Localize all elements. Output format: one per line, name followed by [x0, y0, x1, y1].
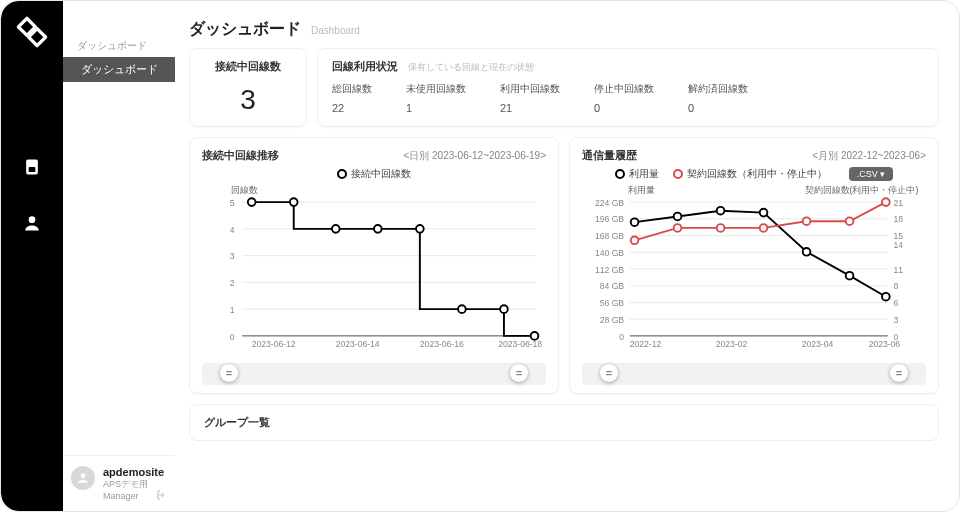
svg-rect-1 — [29, 167, 36, 172]
card-connection-trend: 接続中回線推移 <日別 2023-06-12~2023-06-19> 接続中回線… — [189, 137, 559, 394]
svg-text:2022-12: 2022-12 — [630, 339, 662, 349]
svg-text:2023-06-12: 2023-06-12 — [252, 339, 296, 349]
usage-sub: 保有している回線と現在の状態 — [408, 61, 534, 74]
app-logo-icon — [15, 15, 49, 49]
brush-handle-right[interactable]: = — [890, 364, 908, 382]
chart2-legend-b: 契約回線数（利用中・停止中） — [673, 167, 827, 181]
svg-text:21: 21 — [893, 198, 903, 208]
svg-text:224 GB: 224 GB — [595, 198, 624, 208]
svg-point-72 — [760, 224, 768, 232]
svg-point-2 — [29, 216, 36, 223]
nav-rail — [1, 1, 63, 511]
svg-text:5: 5 — [230, 198, 235, 208]
stat-total-value: 22 — [332, 102, 372, 114]
user-name: apdemosite — [103, 466, 164, 478]
svg-point-62 — [631, 218, 639, 226]
card-traffic-history: 通信量履歴 <月別 2022-12~2023-06> 利用量 契約回線数（利用中… — [569, 137, 939, 394]
svg-point-70 — [674, 224, 682, 232]
svg-text:112 GB: 112 GB — [595, 265, 624, 275]
chart2-legend-a: 利用量 — [615, 167, 659, 181]
svg-text:2023-04: 2023-04 — [802, 339, 834, 349]
svg-text:4: 4 — [230, 225, 235, 235]
breadcrumb: ダッシュボード — [63, 35, 175, 57]
sidebar-item-dashboard[interactable]: ダッシュボード — [63, 57, 175, 82]
chart1-brush[interactable]: == — [202, 363, 546, 385]
svg-text:契約回線数(利用中・停止中): 契約回線数(利用中・停止中) — [805, 185, 919, 195]
card-usage-stats: 回線利用状況 保有している回線と現在の状態 総回線数22 未使用回線数1 利用中… — [317, 48, 939, 127]
connected-value: 3 — [204, 84, 292, 116]
avatar — [71, 466, 95, 490]
svg-point-25 — [416, 225, 424, 233]
svg-point-73 — [803, 217, 811, 225]
svg-text:84 GB: 84 GB — [600, 281, 625, 291]
brush-handle-left[interactable]: = — [600, 364, 618, 382]
svg-text:28 GB: 28 GB — [600, 315, 625, 325]
chart2-title: 通信量履歴 — [582, 148, 637, 163]
chart1-plot: 回線数 543210 2023-06-122023-06-142023-06-1… — [202, 183, 546, 359]
svg-text:56 GB: 56 GB — [600, 298, 625, 308]
logout-icon[interactable] — [155, 489, 167, 501]
user-icon[interactable] — [22, 213, 42, 233]
svg-text:2023-06-14: 2023-06-14 — [336, 339, 380, 349]
stat-canceled-value: 0 — [688, 102, 748, 114]
svg-point-28 — [531, 332, 539, 340]
sim-icon[interactable] — [22, 157, 42, 177]
stat-unused-label: 未使用回線数 — [406, 82, 466, 96]
chart1-range: <日別 2023-06-12~2023-06-19> — [403, 149, 546, 163]
stat-inuse-value: 21 — [500, 102, 560, 114]
stat-inuse-label: 利用中回線数 — [500, 82, 560, 96]
svg-text:168 GB: 168 GB — [595, 231, 624, 241]
svg-text:3: 3 — [230, 251, 235, 261]
svg-text:2: 2 — [230, 278, 235, 288]
svg-point-63 — [674, 213, 682, 221]
svg-point-21 — [248, 198, 256, 206]
stat-unused-value: 1 — [406, 102, 466, 114]
svg-point-23 — [332, 225, 340, 233]
svg-point-67 — [846, 272, 854, 280]
svg-point-64 — [717, 207, 725, 215]
svg-text:2023-06-16: 2023-06-16 — [420, 339, 464, 349]
chart2-range: <月別 2022-12~2023-06> — [812, 149, 926, 163]
svg-point-65 — [760, 209, 768, 217]
svg-text:2023-02: 2023-02 — [716, 339, 748, 349]
page-subtitle: Dashboard — [311, 25, 360, 36]
svg-text:140 GB: 140 GB — [595, 248, 624, 258]
svg-text:回線数: 回線数 — [231, 185, 258, 195]
stat-total-label: 総回線数 — [332, 82, 372, 96]
svg-text:8: 8 — [893, 281, 898, 291]
stat-stopped-value: 0 — [594, 102, 654, 114]
csv-export-button[interactable]: .CSV ▾ — [849, 167, 894, 181]
chart1-legend: 接続中回線数 — [337, 167, 411, 181]
card-groups: グループ一覧 — [189, 404, 939, 441]
svg-point-71 — [717, 224, 725, 232]
svg-point-24 — [374, 225, 382, 233]
svg-point-3 — [81, 473, 86, 478]
brush-handle-left[interactable]: = — [220, 364, 238, 382]
svg-text:2023-06-18: 2023-06-18 — [498, 339, 542, 349]
svg-text:2023-06: 2023-06 — [869, 339, 901, 349]
page-title: ダッシュボード — [189, 19, 301, 40]
svg-text:利用量: 利用量 — [628, 185, 655, 195]
usage-label: 回線利用状況 — [332, 59, 398, 74]
svg-text:1: 1 — [230, 305, 235, 315]
svg-point-26 — [458, 305, 466, 313]
brush-handle-right[interactable]: = — [510, 364, 528, 382]
user-panel: apdemosite APSデモ用 Manager — [63, 455, 175, 511]
svg-text:14: 14 — [893, 240, 903, 250]
stat-stopped-label: 停止中回線数 — [594, 82, 654, 96]
chart2-brush[interactable]: == — [582, 363, 926, 385]
svg-text:0: 0 — [619, 332, 624, 342]
svg-point-75 — [882, 198, 890, 206]
svg-point-27 — [500, 305, 508, 313]
svg-text:11: 11 — [893, 265, 903, 275]
main-content: ダッシュボード Dashboard 接続中回線数 3 回線利用状況 保有している… — [175, 1, 959, 511]
svg-point-66 — [803, 248, 811, 256]
svg-point-69 — [631, 237, 639, 245]
svg-text:3: 3 — [893, 315, 898, 325]
groups-label: グループ一覧 — [204, 416, 270, 428]
svg-point-22 — [290, 198, 298, 206]
sidebar: ダッシュボード ダッシュボード apdemosite APSデモ用 Manage… — [63, 1, 175, 511]
svg-text:18: 18 — [893, 214, 903, 224]
svg-point-68 — [882, 293, 890, 301]
chart2-plot: 利用量 契約回線数(利用中・停止中) 224 GB196 GB168 GB140… — [582, 183, 926, 359]
